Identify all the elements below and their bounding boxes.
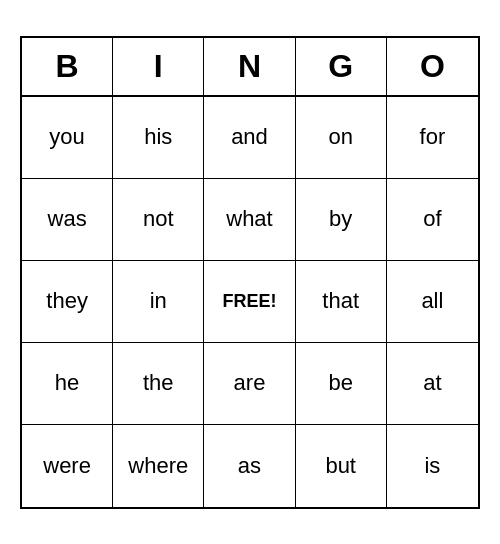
bingo-grid: youhisandonforwasnotwhatbyoftheyinFREE!t…	[22, 97, 478, 507]
bingo-header: BINGO	[22, 38, 478, 97]
grid-cell-is: is	[387, 425, 478, 507]
grid-cell-not: not	[113, 179, 204, 261]
header-letter-g: G	[296, 38, 387, 95]
grid-cell-what: what	[204, 179, 295, 261]
header-letter-b: B	[22, 38, 113, 95]
header-letter-n: N	[204, 38, 295, 95]
grid-cell-he: he	[22, 343, 113, 425]
header-letter-o: O	[387, 38, 478, 95]
grid-cell-they: they	[22, 261, 113, 343]
grid-cell-are: are	[204, 343, 295, 425]
grid-cell-on: on	[296, 97, 387, 179]
free-space-cell: FREE!	[204, 261, 295, 343]
grid-cell-you: you	[22, 97, 113, 179]
grid-cell-in: in	[113, 261, 204, 343]
grid-cell-at: at	[387, 343, 478, 425]
grid-cell-his: his	[113, 97, 204, 179]
bingo-card: BINGO youhisandonforwasnotwhatbyoftheyin…	[20, 36, 480, 509]
grid-cell-but: but	[296, 425, 387, 507]
grid-cell-the: the	[113, 343, 204, 425]
grid-cell-that: that	[296, 261, 387, 343]
grid-cell-be: be	[296, 343, 387, 425]
grid-cell-of: of	[387, 179, 478, 261]
grid-cell-by: by	[296, 179, 387, 261]
grid-cell-and: and	[204, 97, 295, 179]
grid-cell-all: all	[387, 261, 478, 343]
grid-cell-was: was	[22, 179, 113, 261]
grid-cell-were: were	[22, 425, 113, 507]
grid-cell-as: as	[204, 425, 295, 507]
header-letter-i: I	[113, 38, 204, 95]
grid-cell-for: for	[387, 97, 478, 179]
grid-cell-where: where	[113, 425, 204, 507]
